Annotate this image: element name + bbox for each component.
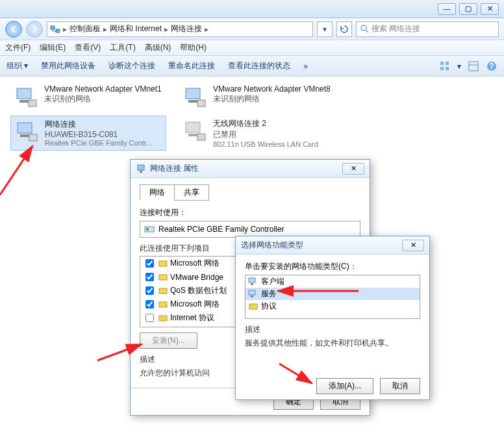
menu-edit[interactable]: 编辑(E) [40, 42, 66, 53]
menu-view[interactable]: 查看(V) [75, 42, 101, 53]
svg-rect-29 [159, 275, 167, 280]
svg-rect-31 [159, 302, 167, 307]
menu-tools[interactable]: 工具(T) [110, 42, 135, 53]
address-bar: ▸ 控制面板 ▸ 网络和 Internet ▸ 网络连接 ▸ ▾ 搜索 网络连接 [0, 18, 504, 40]
organize-button[interactable]: 组织 ▾ [6, 60, 28, 71]
type-client[interactable]: 客户端 [246, 275, 420, 288]
list-item-label: VMware Bridge [170, 273, 223, 282]
type-label: 服务 [261, 288, 277, 299]
status-button[interactable]: 查看此连接的状态 [228, 60, 290, 71]
svg-rect-34 [249, 278, 255, 283]
checkbox[interactable] [145, 314, 154, 322]
connection-item[interactable]: VMware Network Adapter VMnet8 未识别的网络 [179, 82, 335, 113]
chevron-right-icon: ▸ [164, 25, 168, 34]
svg-rect-18 [18, 123, 32, 133]
component-icon [158, 259, 168, 268]
checkbox[interactable] [145, 286, 154, 295]
svg-rect-23 [197, 134, 205, 140]
maximize-button[interactable]: ▢ [459, 3, 477, 15]
wireless-adapter-icon [182, 118, 208, 144]
dropdown-button[interactable]: ▾ [317, 21, 333, 37]
list-item-label: QoS 数据包计划 [170, 285, 227, 296]
svg-text:?: ? [489, 62, 494, 71]
svg-rect-0 [51, 26, 55, 29]
checkbox[interactable] [145, 273, 154, 281]
svg-rect-25 [140, 171, 142, 173]
connection-name: 无线网络连接 2 [213, 118, 318, 129]
chevron-right-icon: ▸ [205, 25, 208, 34]
diagnose-button[interactable]: 诊断这个连接 [108, 60, 155, 71]
connections-list: VMware Network Adapter VMnet1 未识别的网络 VMw… [0, 77, 504, 156]
tab-network[interactable]: 网络 [140, 184, 175, 201]
component-icon [158, 327, 168, 328]
checkbox[interactable] [145, 259, 154, 268]
connection-item[interactable]: 无线网络连接 2 已禁用 802.11n USB Wireless LAN Ca… [179, 116, 335, 151]
svg-rect-37 [251, 296, 253, 297]
search-input[interactable]: 搜索 网络连接 [356, 21, 499, 37]
connection-sub1: 未识别的网络 [44, 94, 162, 105]
close-button[interactable]: ✕ [481, 3, 499, 15]
network-icon [50, 24, 60, 34]
type-label: 客户端 [261, 276, 284, 287]
prompt-label: 单击要安装的网络功能类型(C)： [245, 261, 420, 272]
breadcrumb-item[interactable]: 网络连接 [171, 23, 202, 34]
svg-rect-5 [446, 62, 449, 65]
help-icon[interactable]: ? [486, 60, 498, 72]
adapter-icon [13, 84, 39, 110]
add-button[interactable]: 添加(A)... [316, 378, 373, 394]
component-icon [158, 273, 168, 282]
connection-item-selected[interactable]: 网络连接 HUAWEI-B315-C081 Realtek PCIe GBE F… [10, 116, 166, 151]
svg-rect-7 [446, 67, 449, 70]
connection-sub1: HUAWEI-B315-C081 [45, 130, 152, 139]
close-icon[interactable]: ✕ [342, 163, 364, 175]
connect-using-label: 连接时使用： [140, 207, 360, 218]
svg-rect-16 [188, 100, 197, 103]
menu-advanced[interactable]: 高级(N) [145, 42, 171, 53]
chevron-down-icon[interactable]: ▾ [457, 62, 461, 71]
search-placeholder: 搜索 网络连接 [372, 23, 420, 34]
view-icon[interactable] [439, 60, 451, 72]
breadcrumb[interactable]: ▸ 控制面板 ▸ 网络和 Internet ▸ 网络连接 ▸ [47, 21, 313, 37]
component-icon [158, 300, 168, 309]
connection-sub1: 已禁用 [213, 129, 318, 140]
svg-rect-38 [249, 304, 257, 309]
connection-item[interactable]: VMware Network Adapter VMnet1 未识别的网络 [10, 82, 166, 113]
cancel-button[interactable]: 取消 [380, 378, 420, 394]
connection-name: VMware Network Adapter VMnet1 [44, 84, 162, 94]
checkbox[interactable] [145, 300, 154, 309]
type-service[interactable]: 服务 [246, 288, 420, 300]
install-button[interactable]: 安装(N)... [140, 333, 197, 349]
pane-icon[interactable] [468, 60, 479, 72]
breadcrumb-item[interactable]: 网络和 Internet [110, 23, 162, 34]
adapter-icon [14, 119, 40, 145]
svg-rect-19 [20, 134, 29, 137]
type-listbox[interactable]: 客户端 服务 协议 [245, 275, 420, 319]
refresh-button[interactable] [336, 21, 352, 37]
more-button[interactable]: » [303, 62, 308, 71]
menu-file[interactable]: 文件(F) [5, 42, 31, 53]
forward-button[interactable] [26, 21, 43, 38]
adapter-icon [182, 84, 208, 110]
rename-button[interactable]: 重命名此连接 [168, 60, 215, 71]
back-button[interactable] [5, 21, 22, 38]
svg-rect-24 [138, 165, 144, 170]
tab-sharing[interactable]: 共享 [174, 184, 209, 201]
close-icon[interactable]: ✕ [402, 240, 424, 251]
dialog-titlebar: 选择网络功能类型 ✕ [236, 236, 429, 255]
service-icon [248, 290, 258, 299]
list-item-label: Microsoft 网络 [170, 258, 220, 269]
type-protocol[interactable]: 协议 [246, 300, 420, 312]
svg-rect-14 [29, 100, 36, 107]
disable-device-button[interactable]: 禁用此网络设备 [41, 60, 95, 71]
menu-help[interactable]: 帮助(H) [180, 42, 207, 53]
svg-rect-36 [249, 290, 255, 295]
svg-point-2 [361, 25, 366, 31]
connection-sub2: 802.11n USB Wireless LAN Card [213, 140, 318, 148]
toolbar: 组织 ▾ 禁用此网络设备 诊断这个连接 重命名此连接 查看此连接的状态 » ▾ … [0, 56, 504, 77]
breadcrumb-item[interactable]: 控制面板 [69, 23, 101, 34]
svg-rect-21 [186, 122, 200, 132]
titlebar: — ▢ ✕ [0, 0, 504, 18]
list-item-label: Internet 协议 [170, 326, 214, 327]
svg-rect-8 [469, 62, 478, 71]
minimize-button[interactable]: — [438, 3, 456, 15]
